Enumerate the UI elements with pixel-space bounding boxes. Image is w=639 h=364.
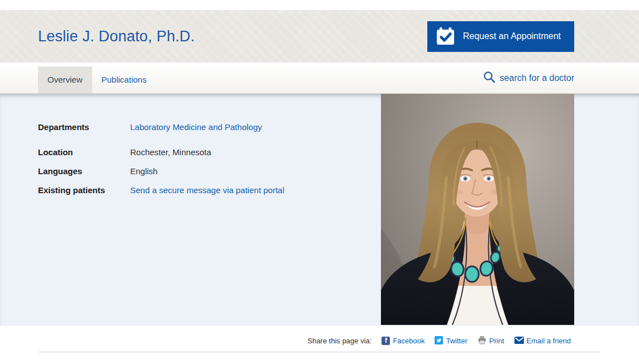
share-email-label: Email a friend (527, 337, 571, 345)
print-icon (478, 336, 487, 346)
profile-content: Departments Laboratory Medicine and Path… (0, 94, 639, 326)
languages-label: Languages (38, 166, 130, 176)
share-twitter-link[interactable]: Twitter (435, 336, 467, 346)
share-bar: Share this page via: f Facebook Twitter (38, 336, 601, 346)
location-value: Rochester, Minnesota (130, 147, 211, 157)
info-row-departments: Departments Laboratory Medicine and Path… (38, 122, 381, 132)
doctor-profile-page: Leslie J. Donato, Ph.D. Request an Appoi… (0, 0, 639, 364)
share-facebook-label: Facebook (393, 337, 425, 345)
info-row-languages: Languages English (38, 166, 381, 176)
tab-bar: Overview Publications search for a docto… (0, 63, 639, 94)
share-twitter-label: Twitter (446, 337, 467, 345)
calendar-check-icon (436, 27, 455, 45)
facebook-icon: f (382, 337, 390, 345)
footer-divider (38, 352, 601, 352)
request-appointment-label: Request an Appointment (463, 31, 561, 41)
top-strip (0, 0, 639, 10)
email-icon (514, 337, 524, 346)
info-row-existing-patients: Existing patients Send a secure message … (38, 185, 381, 195)
masthead: Leslie J. Donato, Ph.D. Request an Appoi… (0, 10, 639, 63)
page-footer: Share this page via: f Facebook Twitter (0, 326, 639, 364)
share-print-link[interactable]: Print (478, 336, 504, 346)
share-facebook-link[interactable]: f Facebook (382, 337, 425, 345)
profile-info: Departments Laboratory Medicine and Path… (38, 94, 381, 326)
share-email-link[interactable]: Email a friend (514, 337, 571, 346)
languages-value: English (130, 166, 158, 176)
tab-publications[interactable]: Publications (92, 66, 156, 93)
departments-label: Departments (38, 122, 130, 132)
existing-patients-label: Existing patients (38, 185, 130, 195)
info-row-location: Location Rochester, Minnesota (38, 147, 381, 157)
departments-link[interactable]: Laboratory Medicine and Pathology (130, 122, 262, 132)
share-print-label: Print (489, 337, 504, 345)
page-title: Leslie J. Donato, Ph.D. (38, 28, 195, 45)
doctor-search-link[interactable]: search for a doctor (483, 71, 574, 85)
request-appointment-button[interactable]: Request an Appointment (427, 21, 574, 52)
share-label: Share this page via: (307, 337, 371, 345)
search-label: search for a doctor (500, 73, 574, 83)
location-label: Location (38, 147, 130, 157)
tab-overview[interactable]: Overview (38, 66, 92, 93)
patient-portal-link[interactable]: Send a secure message via patient portal (130, 185, 284, 195)
twitter-icon (435, 336, 443, 346)
doctor-portrait-photo (381, 94, 574, 325)
search-icon (483, 71, 495, 85)
